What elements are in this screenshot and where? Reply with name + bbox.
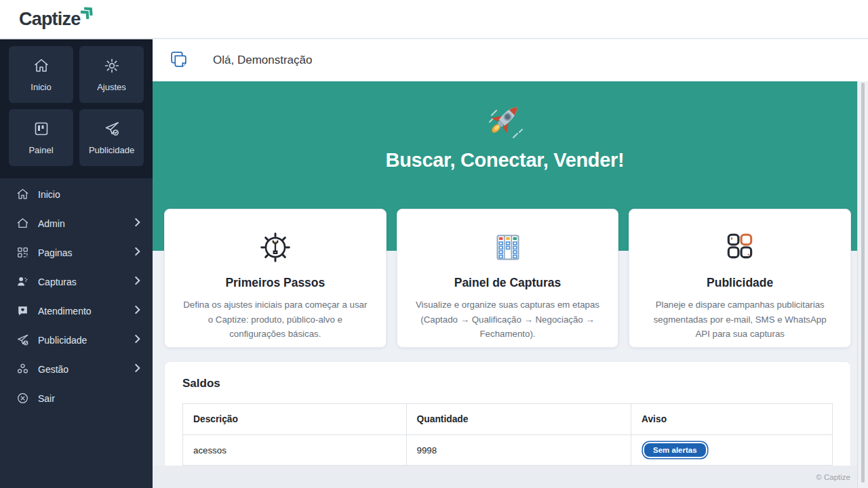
house-icon xyxy=(16,217,29,230)
card-painel-de-capturas[interactable]: Painel de Capturas Visualize e organize … xyxy=(397,209,619,348)
main-topbar: Olá, Demonstração xyxy=(153,39,868,81)
brand-name: Captize xyxy=(19,9,80,29)
table-row: acessos 9998 Sem alertas xyxy=(183,435,833,466)
people-icon xyxy=(16,275,29,289)
saldos-title: Saldos xyxy=(182,377,833,390)
card-description: Planeje e dispare campanhas publicitaria… xyxy=(647,298,833,342)
sidebar-item-label: Paginas xyxy=(38,247,134,258)
sidebar-item-paginas[interactable]: Paginas xyxy=(0,238,153,267)
chevron-right-icon xyxy=(134,363,140,375)
tile-painel[interactable]: Painel xyxy=(9,109,73,166)
chat-heart-icon xyxy=(16,304,29,318)
feature-cards: Primeiros Passos Defina os ajustes inici… xyxy=(164,209,851,348)
hero-title: Buscar, Conectar, Vender! xyxy=(386,149,625,171)
sidebar-item-publicidade[interactable]: Publicidade xyxy=(0,325,153,354)
copyright-text: © Captize xyxy=(816,473,850,481)
tile-label: Publicidade xyxy=(89,145,134,155)
send-check-icon xyxy=(16,333,29,347)
card-publicidade[interactable]: Publicidade Planeje e dispare campanhas … xyxy=(629,209,851,348)
kanban-board-icon xyxy=(415,226,601,269)
card-title: Primeiros Passos xyxy=(182,276,368,290)
qr-code-icon xyxy=(16,246,29,260)
send-check-icon xyxy=(104,121,120,139)
greeting-text: Olá, Demonstração xyxy=(213,54,312,67)
x-circle-icon xyxy=(16,392,29,405)
sidebar-item-label: Atendimento xyxy=(38,306,134,317)
footer: © Captize xyxy=(153,466,868,488)
boxes-icon xyxy=(16,363,29,376)
sidebar-menu: Inicio Admin Paginas xyxy=(0,178,153,413)
sidebar-item-label: Inicio xyxy=(38,189,140,200)
scrollbar-track[interactable] xyxy=(857,81,868,488)
sidebar-item-capturas[interactable]: Capturas xyxy=(0,267,153,296)
sidebar-item-label: Gestão xyxy=(38,364,134,375)
card-description: Defina os ajustes iniciais para começar … xyxy=(182,298,368,342)
card-description: Visualize e organize suas capturas em et… xyxy=(415,298,601,342)
tile-label: Painel xyxy=(28,145,53,155)
sidebar-item-label: Publicidade xyxy=(38,335,134,346)
tile-inicio[interactable]: Inicio xyxy=(9,46,73,103)
tile-ajustes[interactable]: Ajustes xyxy=(79,46,144,103)
pages-icon[interactable] xyxy=(170,50,188,71)
sidebar-item-gestao[interactable]: Gestão xyxy=(0,354,153,384)
grid-squares-icon xyxy=(647,226,833,269)
sidebar-item-label: Admin xyxy=(38,218,134,229)
sidebar-item-label: Sair xyxy=(38,393,140,404)
sidebar-item-inicio[interactable]: Inicio xyxy=(0,180,153,209)
gear-wrench-icon xyxy=(182,226,368,269)
home-icon xyxy=(16,188,29,201)
cell-descricao: acessos xyxy=(183,435,407,466)
column-header-descricao: Descrição xyxy=(183,404,407,435)
chevron-right-icon xyxy=(134,218,140,229)
column-header-aviso: Aviso xyxy=(631,404,833,435)
sidebar-item-atendimento[interactable]: Atendimento xyxy=(0,296,153,325)
home-icon xyxy=(33,58,50,76)
sidebar-item-label: Capturas xyxy=(38,277,134,287)
cell-quantidade: 9998 xyxy=(406,435,631,466)
sidebar-quick-tiles: Inicio Ajustes Painel xyxy=(0,39,153,178)
sidebar-item-sair[interactable]: Sair xyxy=(0,384,153,413)
column-header-quantidade: Quantidade xyxy=(406,404,631,435)
chevron-right-icon xyxy=(134,276,140,287)
tile-label: Ajustes xyxy=(97,82,126,92)
card-title: Publicidade xyxy=(647,276,833,290)
status-badge[interactable]: Sem alertas xyxy=(644,443,706,457)
rocket-icon xyxy=(483,99,528,145)
kanban-icon xyxy=(33,121,50,139)
app-header: Captize xyxy=(0,0,868,39)
tile-label: Inicio xyxy=(31,82,51,92)
tile-publicidade[interactable]: Publicidade xyxy=(79,109,144,166)
card-primeiros-passos[interactable]: Primeiros Passos Defina os ajustes inici… xyxy=(164,209,387,348)
sidebar: Inicio Ajustes Painel xyxy=(0,39,153,488)
brand-arrow-icon xyxy=(79,4,94,25)
cell-aviso: Sem alertas xyxy=(631,435,833,466)
chevron-right-icon xyxy=(134,247,140,258)
scrollbar-thumb[interactable] xyxy=(861,83,865,483)
brand-logo[interactable]: Captize xyxy=(19,9,80,30)
gear-icon xyxy=(104,58,120,76)
chevron-right-icon xyxy=(134,305,140,317)
chevron-right-icon xyxy=(134,334,140,346)
sidebar-item-admin[interactable]: Admin xyxy=(0,209,153,238)
card-title: Painel de Capturas xyxy=(415,276,601,290)
